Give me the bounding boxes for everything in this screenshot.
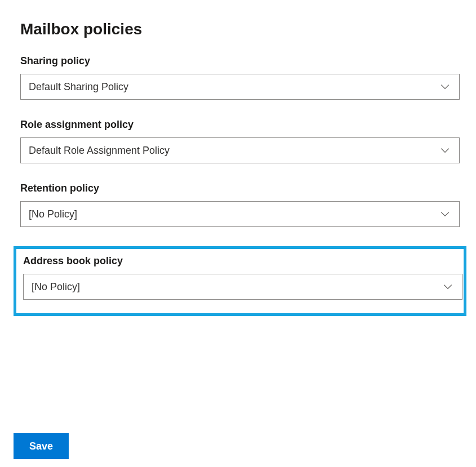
chevron-down-icon <box>439 144 451 157</box>
chevron-down-icon <box>439 208 451 220</box>
address-book-policy-field: Address book policy [No Policy] <box>21 255 458 300</box>
role-assignment-policy-dropdown[interactable]: Default Role Assignment Policy <box>20 137 460 163</box>
address-book-policy-dropdown[interactable]: [No Policy] <box>23 274 462 300</box>
sharing-policy-field: Sharing policy Default Sharing Policy <box>20 55 456 100</box>
sharing-policy-value: Default Sharing Policy <box>29 81 439 93</box>
address-book-policy-value: [No Policy] <box>32 281 442 293</box>
save-button[interactable]: Save <box>14 433 69 459</box>
address-book-policy-label: Address book policy <box>23 255 458 267</box>
retention-policy-dropdown[interactable]: [No Policy] <box>20 201 460 227</box>
address-book-policy-highlight: Address book policy [No Policy] <box>14 246 466 316</box>
role-assignment-policy-value: Default Role Assignment Policy <box>29 145 439 157</box>
chevron-down-icon <box>442 281 454 293</box>
retention-policy-value: [No Policy] <box>29 208 439 220</box>
page-title: Mailbox policies <box>20 20 456 38</box>
retention-policy-field: Retention policy [No Policy] <box>20 183 456 227</box>
sharing-policy-label: Sharing policy <box>20 55 456 67</box>
sharing-policy-dropdown[interactable]: Default Sharing Policy <box>20 74 460 100</box>
chevron-down-icon <box>439 81 451 93</box>
retention-policy-label: Retention policy <box>20 183 456 194</box>
role-assignment-policy-label: Role assignment policy <box>20 119 456 131</box>
role-assignment-policy-field: Role assignment policy Default Role Assi… <box>20 119 456 163</box>
mailbox-policies-panel: Mailbox policies Sharing policy Default … <box>0 0 476 316</box>
